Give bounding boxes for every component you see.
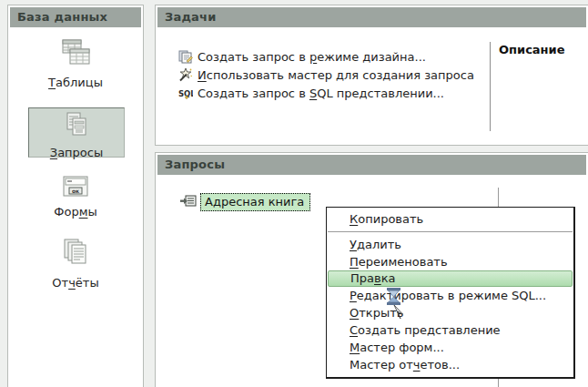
context-menu: Копировать Удалить Переименовать Правка … <box>326 207 575 379</box>
sidebar-item-forms[interactable]: ок Формы <box>8 175 143 219</box>
sidebar-item-label: Запросы <box>50 146 103 159</box>
description-title: Описание <box>499 43 565 56</box>
query-item-label: Адресная книга <box>200 193 310 211</box>
menu-item-create-view[interactable]: Создать представление <box>328 321 573 339</box>
task-label: Создать запрос в SQL представлении... <box>198 87 444 100</box>
task-create-query-design[interactable]: Создать запрос в режиме дизайна... <box>178 47 488 66</box>
menu-item-open[interactable]: Открыть <box>328 304 573 321</box>
reports-icon <box>60 239 91 272</box>
menu-item-edit-sql[interactable]: Редактировать в режиме SQL... <box>328 287 573 304</box>
menu-separator <box>328 231 573 232</box>
menu-item-delete[interactable]: Удалить <box>328 236 573 253</box>
query-object-icon <box>179 194 197 211</box>
tasks-header: Задачи <box>157 7 586 27</box>
sidebar-item-label: Формы <box>54 205 96 219</box>
svg-text:ок: ок <box>72 188 79 194</box>
query-design-icon <box>178 49 193 64</box>
queries-icon <box>61 112 92 142</box>
task-list: Создать запрос в режиме дизайна... Испол… <box>178 47 488 102</box>
sidebar-item-reports[interactable]: Отчёты <box>8 239 143 290</box>
tables-icon <box>59 38 92 72</box>
sidebar-item-label: Таблицы <box>48 76 103 89</box>
tasks-description-divider <box>490 42 491 131</box>
menu-item-report-wizard[interactable]: Мастер отчетов... <box>328 356 573 373</box>
menu-item-rename[interactable]: Переименовать <box>328 253 573 270</box>
tasks-panel: Задачи Создать запрос в режиме дизайна..… <box>155 5 588 146</box>
menu-item-form-wizard[interactable]: Мастер форм... <box>328 339 573 356</box>
sql-icon: SQL <box>178 86 193 100</box>
busy-cursor-icon <box>383 287 407 324</box>
task-use-wizard[interactable]: Использовать мастер для создания запроса <box>178 66 488 84</box>
wizard-wand-icon <box>178 67 193 82</box>
sidebar-item-label: Отчёты <box>52 276 98 290</box>
task-label: Создать запрос в режиме дизайна... <box>198 50 426 64</box>
forms-icon: ок <box>62 175 89 201</box>
task-label: Использовать мастер для создания запроса <box>198 68 474 82</box>
query-item-address-book[interactable]: Адресная книга <box>179 193 310 211</box>
task-create-query-sql[interactable]: SQL Создать запрос в SQL представлении..… <box>178 84 488 102</box>
database-sidebar-panel: База данных Таблицы <box>7 5 144 387</box>
menu-item-edit[interactable]: Правка <box>328 270 573 287</box>
sidebar-item-tables[interactable]: Таблицы <box>8 38 143 89</box>
sidebar-header: База данных <box>10 7 141 27</box>
menu-item-copy[interactable]: Копировать <box>328 210 573 228</box>
base-app-window: { "colors": { "header_bar": "#9da5a0", "… <box>0 0 588 387</box>
sidebar-item-queries[interactable]: Запросы <box>28 107 125 158</box>
queries-header: Запросы <box>157 155 586 175</box>
